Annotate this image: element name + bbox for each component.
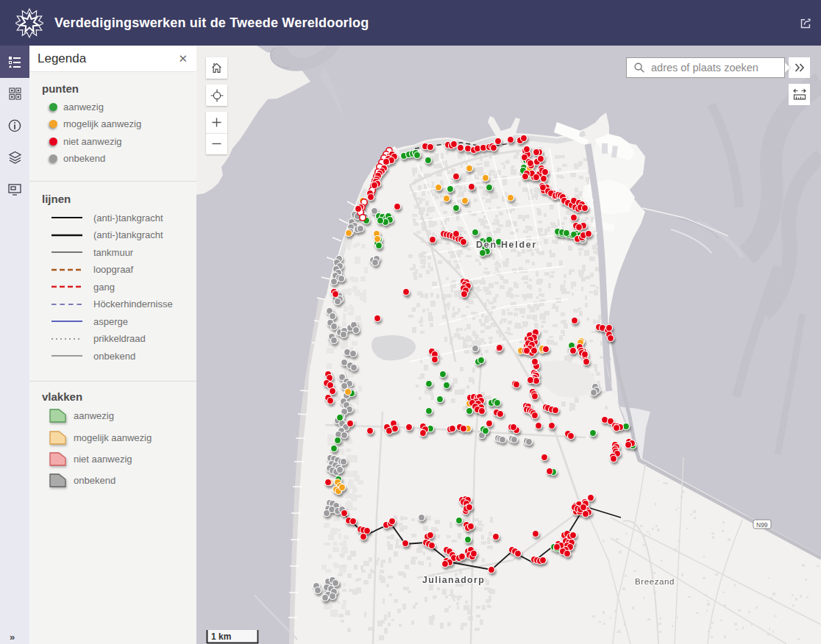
svg-text:Den Helder: Den Helder [476,240,537,250]
svg-text:N99: N99 [756,521,768,529]
svg-text:1 km: 1 km [211,632,231,642]
svg-text:Julianadorp: Julianadorp [422,575,485,585]
svg-text:Breezand: Breezand [635,577,675,586]
